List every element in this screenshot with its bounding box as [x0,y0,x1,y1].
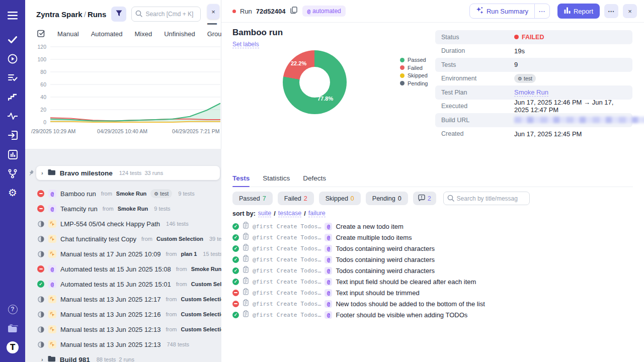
suite-name[interactable]: @first Create Todos… [253,234,321,241]
test-row[interactable]: ✓@first Create Todos…@Todos containing w… [232,254,485,265]
tab-tests[interactable]: Tests [232,174,250,182]
suite-name[interactable]: @first Create Todos… [253,223,321,230]
analytics-icon[interactable] [0,145,25,164]
collapse-icon[interactable]: ▬▬ [207,20,216,26]
run-row[interactable]: LMP-554 05/04 check Happy Path146 tests [25,216,221,231]
run-row[interactable]: @Automated tests at 15 Jun 2025 15:08fro… [25,261,221,277]
legend-item-failed[interactable]: Failed [400,65,428,71]
copy-run-id-button[interactable] [289,6,298,17]
panel-close-button[interactable]: × [207,4,219,19]
search-icon [135,10,142,17]
run-row[interactable]: Chat functinality test CopyfromCustom Se… [25,231,221,246]
test-row[interactable]: ✓@first Create Todos…@Create multiple to… [232,232,485,243]
unfinished-icon [37,235,44,242]
test-title[interactable]: Todos containing weird characters [336,245,435,252]
help-icon[interactable]: ? [0,300,25,319]
run-row[interactable]: @Bamboo runfromSmoke Run⚙test9 tests [25,186,221,201]
menu-icon[interactable] [0,6,25,25]
run-row[interactable]: Manual tests at 13 Jun 2025 12:17fromCus… [25,292,221,307]
group-row[interactable]: ›Build 98188 tests 2 runs [25,352,221,362]
run-row[interactable]: ✓@Automated tests at 15 Jun 2025 15:01fr… [25,277,221,292]
run-row[interactable]: Manual tests at 13 Jun 2025 12:13fromCus… [25,322,221,337]
check-icon[interactable] [0,30,25,49]
run-row[interactable]: Manual tests at 17 Jun 2025 10:09frompla… [25,246,221,261]
set-labels-link[interactable]: Set labels [232,41,259,48]
test-plan-link[interactable]: Smoke Run [514,88,548,97]
tab-statistics[interactable]: Statistics [263,174,290,182]
branch-icon[interactable] [0,164,25,183]
test-row[interactable]: @first Create Todos…@Text input should b… [232,287,485,298]
test-title[interactable]: Create a new todo item [336,223,403,230]
filter-passed-button[interactable]: Passed7 [232,192,273,205]
redacted-build-url[interactable] [514,117,644,123]
runs-tab-mixed[interactable]: Mixed [135,30,152,38]
run-row[interactable]: Manual tests at 13 Jun 2025 12:16fromCus… [25,307,221,322]
test-row[interactable]: ✓@first Create Todos…@Todos containing w… [232,243,485,254]
filter-skipped-button[interactable]: Skipped0 [319,192,361,205]
suite-name[interactable]: @first Create Todos… [253,279,321,285]
run-row[interactable]: @Teamcity runfromSmoke Run9 tests [25,201,221,216]
run-summary-button[interactable]: Run Summary [470,4,534,18]
test-row[interactable]: ✓@first Create Todos…@Footer should be v… [232,309,485,320]
sort-by-suite-link[interactable]: suite [258,210,271,217]
steps-icon[interactable] [0,87,25,107]
filter-failed-button[interactable]: Failed2 [278,192,314,205]
filter-pending-button[interactable]: Pending0 [366,192,408,205]
pulse-icon[interactable] [0,107,25,126]
test-row[interactable]: ✓@first Create Todos…@Todos containing w… [232,265,485,276]
suite-name[interactable]: @first Create Todos… [253,312,321,318]
legend-item-passed[interactable]: Passed [400,57,428,63]
detail-row: Tests9 [435,58,632,72]
projects-folder-icon[interactable] [0,319,25,338]
test-title[interactable]: Todos containing weird characters [336,267,435,275]
tests-search-input[interactable] [443,192,530,205]
app-logo[interactable]: T [0,338,25,357]
manual-icon [48,310,56,318]
group-row[interactable]: ›Bravo milestone124 tests 33 runs [36,166,220,180]
test-title[interactable]: Text input should be trimmed [336,289,419,297]
test-title[interactable]: Create multiple todo items [336,234,412,241]
failed-icon [37,190,44,197]
comments-filter-button[interactable]: 2 [413,192,436,205]
select-all-icon[interactable] [37,29,45,39]
suite-name[interactable]: @first Create Todos… [253,245,321,252]
test-title[interactable]: Footer should be visible when adding TOD… [336,311,467,319]
close-detail-button[interactable]: × [623,4,637,18]
report-button[interactable]: Report [557,4,600,19]
sort-row: sort by:suite/testcase/failure [232,210,326,217]
suite-name[interactable]: @first Create Todos… [253,301,321,307]
chevron-right-icon[interactable]: › [41,356,43,362]
test-title[interactable]: New todos should be added to the bottom … [336,300,485,308]
suite-name[interactable]: @first Create Todos… [253,256,321,263]
detail-value: Jun 17, 2025 12:45 PM [514,130,582,138]
runs-tab-automated[interactable]: Automated [91,30,123,38]
suite-name[interactable]: @first Create Todos… [253,290,321,296]
automated-type-badge[interactable]: @automated [302,6,345,17]
run-summary-more-button[interactable]: ⋯ [534,4,549,18]
test-title[interactable]: Text input field should be cleared after… [336,278,476,286]
test-row[interactable]: @first Create Todos…@New todos should be… [232,298,485,309]
sign-in-icon[interactable] [0,126,25,145]
sort-by-failure-link[interactable]: failure [308,210,326,217]
legend-item-pending[interactable]: Pending [400,80,428,86]
tab-defects[interactable]: Defects [303,174,326,182]
test-row[interactable]: ✓@first Create Todos…@Create a new todo … [232,221,485,232]
suite-name[interactable]: @first Create Todos… [253,267,321,274]
runs-tab-unfinished[interactable]: Unfinished [164,30,195,38]
chevron-right-icon[interactable]: › [41,170,43,176]
clipboard-icon [243,299,249,308]
run-row[interactable]: Manual tests at 13 Jun 2025 12:13748 tes… [25,337,221,352]
sort-by-testcase-link[interactable]: testcase [278,210,302,217]
more-actions-button[interactable]: ⋯ [604,4,618,18]
runs-icon[interactable] [0,49,25,68]
detail-label: Duration [441,47,514,54]
settings-gear-icon[interactable]: ⚙ [0,183,25,202]
test-title[interactable]: Todos containing weird characters [336,256,435,263]
filter-button[interactable] [111,7,126,22]
legend-dot [400,73,405,78]
test-list-icon[interactable] [0,68,25,87]
runs-tab-manual[interactable]: Manual [57,30,79,38]
test-row[interactable]: ✓@first Create Todos…@Text input field s… [232,276,485,287]
unfinished-icon [37,250,44,257]
legend-item-skipped[interactable]: Skipped [400,72,428,78]
